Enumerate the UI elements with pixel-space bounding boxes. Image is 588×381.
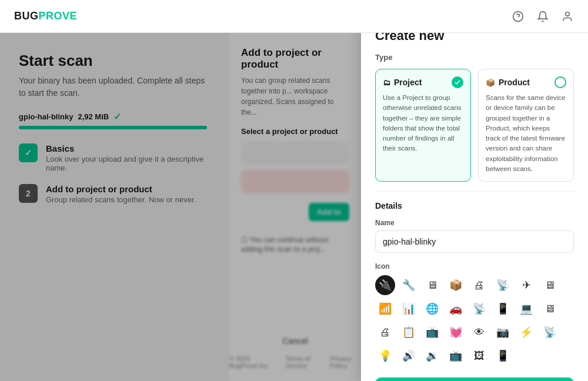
icon-section: Icon 🔌 🔧 🖥 📦 🖨 📡 ✈ 🖥 📶 📊 🌐 🚗 📡 📱 💻 🖥 🖨 📋… [361,262,588,366]
product-card-desc: Scans for the same device or device fami… [486,93,566,174]
icon-cell-7[interactable]: 🖥 [540,275,560,295]
user-icon[interactable] [561,10,574,23]
icon-cell-19[interactable]: 💓 [446,322,466,342]
icon-cell-17[interactable]: 📋 [399,322,419,342]
icon-cell-0[interactable]: 🔌 [375,275,395,295]
details-section: Details Name [361,201,588,253]
project-folder-icon: 🗂 [383,78,390,87]
project-check-icon [452,76,463,88]
logo-bug-text: BUG [14,10,39,22]
icon-cell-1[interactable]: 🔧 [399,275,419,295]
icon-cell-20[interactable]: 👁 [469,322,489,342]
product-card-title: 📦 Product [486,78,530,87]
divider-1 [375,191,574,192]
logo-prove-text: PROVE [39,10,78,22]
logo: BUGPROVE [14,10,77,22]
project-card-desc: Use a Project to group otherwise unrelat… [383,93,463,154]
icon-cell-29[interactable]: 📱 [493,346,513,366]
icon-cell-18[interactable]: 📺 [422,322,442,342]
type-section-label: Type [361,53,588,62]
details-label: Details [375,201,574,210]
background-overlay [0,0,361,381]
icon-cell-2[interactable]: 🖥 [422,275,442,295]
icon-cell-15[interactable]: 🖥 [540,299,560,319]
icon-cell-8[interactable]: 📶 [375,299,395,319]
icon-cell-6[interactable]: ✈ [516,275,536,295]
product-box-icon: 📦 [486,78,495,87]
name-input[interactable] [375,230,574,253]
project-card-title: 🗂 Project [383,78,422,87]
create-button-wrapper: Create [361,377,588,381]
icon-cell-14[interactable]: 💻 [516,299,536,319]
icon-cell-12[interactable]: 📡 [469,299,489,319]
header-icons [512,10,574,23]
icon-cell-25[interactable]: 🔊 [399,346,419,366]
icon-cell-28[interactable]: 🖼 [469,346,489,366]
icon-cell-4[interactable]: 🖨 [469,275,489,295]
icon-cell-27[interactable]: 📺 [446,346,466,366]
icon-cell-3[interactable]: 📦 [446,275,466,295]
type-card-project[interactable]: 🗂 Project Use a Project to group otherwi… [375,69,471,182]
icon-cell-13[interactable]: 📱 [493,299,513,319]
type-card-product[interactable]: 📦 Product Scans for the same device or d… [478,69,574,182]
icon-cell-24[interactable]: 💡 [375,346,395,366]
svg-point-2 [566,12,570,16]
icon-cell-5[interactable]: 📡 [493,275,513,295]
create-button[interactable]: Create [375,377,574,381]
product-card-header: 📦 Product [486,76,566,88]
icon-grid: 🔌 🔧 🖥 📦 🖨 📡 ✈ 🖥 📶 📊 🌐 🚗 📡 📱 💻 🖥 🖨 📋 📺 💓 … [375,275,574,366]
bell-icon[interactable] [536,10,549,23]
type-options: 🗂 Project Use a Project to group otherwi… [361,69,588,182]
icon-cell-22[interactable]: ⚡ [516,322,536,342]
icon-cell-21[interactable]: 📷 [493,322,513,342]
icon-cell-11[interactable]: 🚗 [446,299,466,319]
icon-cell-16[interactable]: 🖨 [375,322,395,342]
icon-cell-10[interactable]: 🌐 [422,299,442,319]
project-card-header: 🗂 Project [383,76,463,88]
help-icon[interactable] [512,10,524,23]
name-field-label: Name [375,219,574,227]
icon-cell-26[interactable]: 🔉 [422,346,442,366]
icon-cell-23[interactable]: 📡 [540,322,560,342]
icon-section-label: Icon [375,262,574,270]
create-new-drawer: ✕ Close Create new Type 🗂 Project Use a … [361,0,588,381]
icon-cell-9[interactable]: 📊 [399,299,419,319]
header: BUGPROVE [0,0,588,33]
product-check-icon [554,76,566,88]
